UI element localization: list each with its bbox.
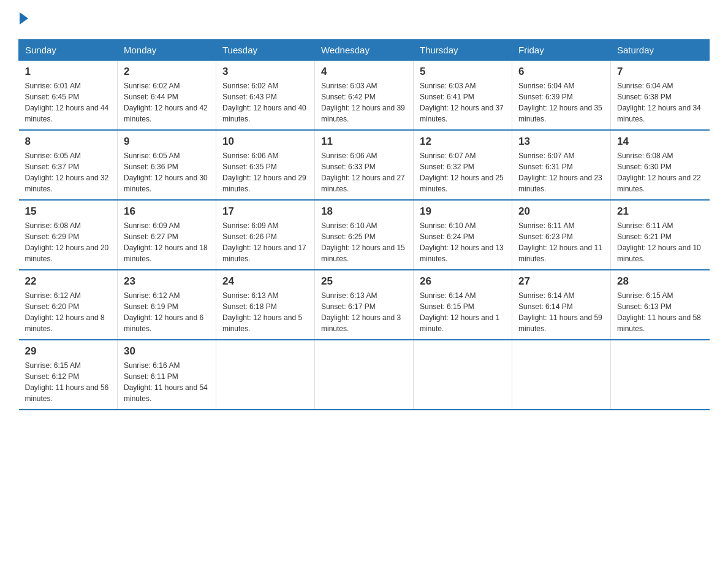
cell-info: Sunrise: 6:06 AMSunset: 6:35 PMDaylight:… xyxy=(222,150,308,194)
calendar-cell: 15Sunrise: 6:08 AMSunset: 6:29 PMDayligh… xyxy=(19,200,118,270)
cell-info: Sunrise: 6:12 AMSunset: 6:20 PMDaylight:… xyxy=(25,290,112,334)
day-number: 1 xyxy=(25,66,112,78)
column-header-thursday: Thursday xyxy=(414,40,512,61)
week-row-5: 29Sunrise: 6:15 AMSunset: 6:12 PMDayligh… xyxy=(19,340,710,410)
day-number: 10 xyxy=(222,136,308,148)
week-row-2: 8Sunrise: 6:05 AMSunset: 6:37 PMDaylight… xyxy=(19,130,710,200)
day-number: 11 xyxy=(321,136,407,148)
column-header-tuesday: Tuesday xyxy=(216,40,315,61)
day-number: 27 xyxy=(518,275,604,288)
calendar-cell: 7Sunrise: 6:04 AMSunset: 6:38 PMDaylight… xyxy=(611,61,710,131)
cell-info: Sunrise: 6:03 AMSunset: 6:42 PMDaylight:… xyxy=(321,80,407,124)
cell-info: Sunrise: 6:06 AMSunset: 6:33 PMDaylight:… xyxy=(321,150,407,194)
day-number: 5 xyxy=(420,66,506,78)
cell-info: Sunrise: 6:05 AMSunset: 6:36 PMDaylight:… xyxy=(124,150,210,194)
day-number: 7 xyxy=(617,66,703,78)
calendar-cell: 17Sunrise: 6:09 AMSunset: 6:26 PMDayligh… xyxy=(216,200,315,270)
cell-info: Sunrise: 6:10 AMSunset: 6:25 PMDaylight:… xyxy=(321,220,407,264)
cell-info: Sunrise: 6:13 AMSunset: 6:17 PMDaylight:… xyxy=(321,290,407,334)
calendar-cell: 4Sunrise: 6:03 AMSunset: 6:42 PMDaylight… xyxy=(315,61,414,131)
cell-info: Sunrise: 6:04 AMSunset: 6:39 PMDaylight:… xyxy=(518,80,604,124)
day-number: 14 xyxy=(617,136,703,148)
calendar-cell: 11Sunrise: 6:06 AMSunset: 6:33 PMDayligh… xyxy=(315,130,414,200)
day-number: 17 xyxy=(222,205,308,218)
calendar-cell: 1Sunrise: 6:01 AMSunset: 6:45 PMDaylight… xyxy=(19,61,118,131)
calendar-cell: 23Sunrise: 6:12 AMSunset: 6:19 PMDayligh… xyxy=(118,270,216,340)
cell-info: Sunrise: 6:08 AMSunset: 6:30 PMDaylight:… xyxy=(617,150,703,194)
cell-info: Sunrise: 6:15 AMSunset: 6:13 PMDaylight:… xyxy=(617,290,703,334)
day-number: 2 xyxy=(124,66,210,78)
day-number: 15 xyxy=(25,205,112,218)
week-row-1: 1Sunrise: 6:01 AMSunset: 6:45 PMDaylight… xyxy=(19,61,710,131)
cell-info: Sunrise: 6:02 AMSunset: 6:44 PMDaylight:… xyxy=(124,80,210,124)
calendar-cell: 16Sunrise: 6:09 AMSunset: 6:27 PMDayligh… xyxy=(118,200,216,270)
day-number: 16 xyxy=(124,205,210,218)
calendar-cell: 28Sunrise: 6:15 AMSunset: 6:13 PMDayligh… xyxy=(611,270,710,340)
calendar-cell xyxy=(414,340,512,410)
calendar-header: SundayMondayTuesdayWednesdayThursdayFrid… xyxy=(19,40,710,61)
cell-info: Sunrise: 6:01 AMSunset: 6:45 PMDaylight:… xyxy=(25,80,112,124)
column-header-sunday: Sunday xyxy=(19,40,118,61)
column-header-monday: Monday xyxy=(118,40,216,61)
day-number: 12 xyxy=(420,136,506,148)
cell-info: Sunrise: 6:14 AMSunset: 6:15 PMDaylight:… xyxy=(420,290,506,334)
day-number: 6 xyxy=(518,66,604,78)
calendar-cell xyxy=(611,340,710,410)
cell-info: Sunrise: 6:11 AMSunset: 6:23 PMDaylight:… xyxy=(518,220,604,264)
calendar-cell xyxy=(315,340,414,410)
day-number: 19 xyxy=(420,205,506,218)
logo xyxy=(18,12,28,27)
cell-info: Sunrise: 6:08 AMSunset: 6:29 PMDaylight:… xyxy=(25,220,112,264)
cell-info: Sunrise: 6:03 AMSunset: 6:41 PMDaylight:… xyxy=(420,80,506,124)
day-number: 30 xyxy=(124,345,210,358)
calendar-cell xyxy=(512,340,611,410)
calendar-cell: 12Sunrise: 6:07 AMSunset: 6:32 PMDayligh… xyxy=(414,130,512,200)
cell-info: Sunrise: 6:05 AMSunset: 6:37 PMDaylight:… xyxy=(25,150,112,194)
calendar-cell: 24Sunrise: 6:13 AMSunset: 6:18 PMDayligh… xyxy=(216,270,315,340)
column-header-saturday: Saturday xyxy=(611,40,710,61)
calendar-cell: 6Sunrise: 6:04 AMSunset: 6:39 PMDaylight… xyxy=(512,61,611,131)
day-number: 20 xyxy=(518,205,604,218)
calendar-cell: 20Sunrise: 6:11 AMSunset: 6:23 PMDayligh… xyxy=(512,200,611,270)
cell-info: Sunrise: 6:07 AMSunset: 6:31 PMDaylight:… xyxy=(518,150,604,194)
cell-info: Sunrise: 6:10 AMSunset: 6:24 PMDaylight:… xyxy=(420,220,506,264)
cell-info: Sunrise: 6:09 AMSunset: 6:27 PMDaylight:… xyxy=(124,220,210,264)
calendar-cell: 19Sunrise: 6:10 AMSunset: 6:24 PMDayligh… xyxy=(414,200,512,270)
header-row: SundayMondayTuesdayWednesdayThursdayFrid… xyxy=(19,40,710,61)
week-row-4: 22Sunrise: 6:12 AMSunset: 6:20 PMDayligh… xyxy=(19,270,710,340)
calendar-cell: 21Sunrise: 6:11 AMSunset: 6:21 PMDayligh… xyxy=(611,200,710,270)
cell-info: Sunrise: 6:16 AMSunset: 6:11 PMDaylight:… xyxy=(124,360,210,404)
cell-info: Sunrise: 6:11 AMSunset: 6:21 PMDaylight:… xyxy=(617,220,703,264)
cell-info: Sunrise: 6:15 AMSunset: 6:12 PMDaylight:… xyxy=(25,360,112,404)
calendar-cell: 8Sunrise: 6:05 AMSunset: 6:37 PMDaylight… xyxy=(19,130,118,200)
calendar-cell: 2Sunrise: 6:02 AMSunset: 6:44 PMDaylight… xyxy=(118,61,216,131)
calendar-cell: 13Sunrise: 6:07 AMSunset: 6:31 PMDayligh… xyxy=(512,130,611,200)
week-row-3: 15Sunrise: 6:08 AMSunset: 6:29 PMDayligh… xyxy=(19,200,710,270)
column-header-wednesday: Wednesday xyxy=(315,40,414,61)
day-number: 8 xyxy=(25,136,112,148)
day-number: 18 xyxy=(321,205,407,218)
calendar-cell: 10Sunrise: 6:06 AMSunset: 6:35 PMDayligh… xyxy=(216,130,315,200)
cell-info: Sunrise: 6:02 AMSunset: 6:43 PMDaylight:… xyxy=(222,80,308,124)
calendar-cell: 9Sunrise: 6:05 AMSunset: 6:36 PMDaylight… xyxy=(118,130,216,200)
day-number: 4 xyxy=(321,66,407,78)
calendar-cell: 22Sunrise: 6:12 AMSunset: 6:20 PMDayligh… xyxy=(19,270,118,340)
day-number: 25 xyxy=(321,275,407,288)
day-number: 29 xyxy=(25,345,112,358)
calendar-cell: 30Sunrise: 6:16 AMSunset: 6:11 PMDayligh… xyxy=(118,340,216,410)
cell-info: Sunrise: 6:09 AMSunset: 6:26 PMDaylight:… xyxy=(222,220,308,264)
logo-arrow-icon xyxy=(20,12,28,25)
calendar-cell: 27Sunrise: 6:14 AMSunset: 6:14 PMDayligh… xyxy=(512,270,611,340)
calendar-cell: 18Sunrise: 6:10 AMSunset: 6:25 PMDayligh… xyxy=(315,200,414,270)
calendar-cell: 5Sunrise: 6:03 AMSunset: 6:41 PMDaylight… xyxy=(414,61,512,131)
day-number: 21 xyxy=(617,205,703,218)
cell-info: Sunrise: 6:04 AMSunset: 6:38 PMDaylight:… xyxy=(617,80,703,124)
cell-info: Sunrise: 6:12 AMSunset: 6:19 PMDaylight:… xyxy=(124,290,210,334)
calendar-cell: 26Sunrise: 6:14 AMSunset: 6:15 PMDayligh… xyxy=(414,270,512,340)
day-number: 13 xyxy=(518,136,604,148)
column-header-friday: Friday xyxy=(512,40,611,61)
calendar-body: 1Sunrise: 6:01 AMSunset: 6:45 PMDaylight… xyxy=(19,61,710,410)
calendar-cell: 14Sunrise: 6:08 AMSunset: 6:30 PMDayligh… xyxy=(611,130,710,200)
day-number: 22 xyxy=(25,275,112,288)
page-header xyxy=(18,12,710,27)
